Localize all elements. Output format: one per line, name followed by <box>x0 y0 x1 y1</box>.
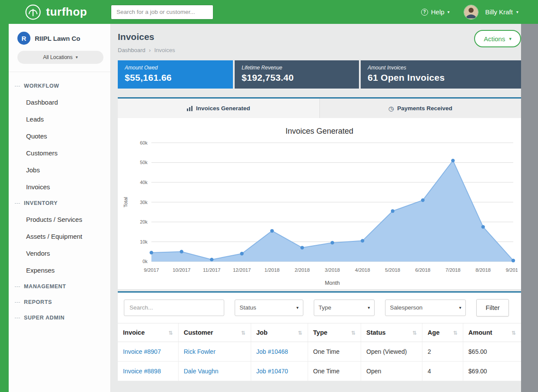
tree-dash-icon <box>15 203 20 204</box>
help-label: Help <box>431 8 445 16</box>
column-header-type[interactable]: Type⇅ <box>308 323 361 342</box>
user-menu[interactable]: Billy Kraft ▾ <box>485 8 518 16</box>
cell-job: Job #10468 <box>251 342 308 361</box>
brand-name: turfhop <box>46 5 87 19</box>
user-avatar[interactable] <box>464 5 478 20</box>
sidebar-section-label: REPORTS <box>24 299 52 305</box>
cell-status: Open <box>361 361 422 381</box>
invoice-link[interactable]: Invoice #8907 <box>123 348 161 355</box>
svg-text:20k: 20k <box>140 219 148 224</box>
customer-link[interactable]: Rick Fowler <box>184 348 216 355</box>
tab-label: Invoices Generated <box>196 105 250 112</box>
select-status[interactable]: Status▾ <box>235 300 303 316</box>
company-header: R RIIPL Lawn Co <box>17 32 103 45</box>
select-type[interactable]: Type▾ <box>314 300 375 316</box>
cell-age: 4 <box>422 361 463 381</box>
sidebar-item-jobs[interactable]: Jobs <box>9 161 110 178</box>
sort-icon: ⇅ <box>511 330 516 336</box>
sidebar-company-block: R RIIPL Lawn Co All Locations ▾ <box>9 24 110 72</box>
job-link[interactable]: Job #10468 <box>256 348 288 355</box>
table-search-input[interactable] <box>124 300 224 316</box>
sidebar-item-quotes[interactable]: Quotes <box>9 128 110 145</box>
column-header-job[interactable]: Job⇅ <box>251 323 308 342</box>
tab-invoices-generated[interactable]: Invoices Generated <box>118 99 319 118</box>
column-label: Customer <box>184 329 213 336</box>
column-label: Invoice <box>123 329 145 336</box>
stat-label: Amount Owed <box>125 65 226 71</box>
svg-text:50k: 50k <box>140 160 148 165</box>
cell-amount: $69.00 <box>463 361 521 381</box>
stats-row: Amount Owed$55,161.66Lifetime Revenue$19… <box>118 60 521 89</box>
tab-payments-received[interactable]: ◷Payments Received <box>319 99 521 118</box>
caret-down-icon: ▾ <box>296 305 299 310</box>
cell-customer: Dale Vaughn <box>178 361 251 381</box>
sidebar-item-leads[interactable]: Leads <box>9 111 110 128</box>
tree-dash-icon <box>15 287 20 287</box>
stat-value: $192,753.40 <box>242 72 352 83</box>
column-header-customer[interactable]: Customer⇅ <box>178 323 251 342</box>
caret-down-icon: ▾ <box>448 10 450 14</box>
global-search-input[interactable] <box>111 5 213 20</box>
svg-text:1/2018: 1/2018 <box>265 267 280 273</box>
caret-down-icon: ▾ <box>509 36 511 41</box>
customer-link[interactable]: Dale Vaughn <box>184 368 219 375</box>
topbar: turfhop ? Help ▾ Billy Kraft ▾ <box>0 0 538 24</box>
locations-selector[interactable]: All Locations ▾ <box>17 51 103 64</box>
sidebar-nav: WORKFLOWDashboardLeadsQuotesCustomersJob… <box>9 78 110 326</box>
cell-amount: $65.00 <box>463 342 521 361</box>
column-header-amount[interactable]: Amount⇅ <box>463 323 521 342</box>
brand[interactable]: turfhop <box>0 3 111 21</box>
svg-text:40k: 40k <box>140 180 148 185</box>
company-name: RIIPL Lawn Co <box>35 35 80 42</box>
caret-down-icon: ▾ <box>459 305 461 310</box>
sidebar-item-dashboard[interactable]: Dashboard <box>9 94 110 111</box>
cell-customer: Rick Fowler <box>178 342 251 361</box>
cell-type: One Time <box>308 342 361 361</box>
age-value: 2 <box>428 348 431 355</box>
svg-text:11/2017: 11/2017 <box>203 267 220 273</box>
svg-text:5/2018: 5/2018 <box>385 267 400 273</box>
help-menu[interactable]: ? Help ▾ <box>421 8 450 16</box>
column-header-age[interactable]: Age⇅ <box>422 323 463 342</box>
status-value: Open (Viewed) <box>366 348 407 355</box>
select-salesperson[interactable]: Salesperson▾ <box>385 300 466 316</box>
chart-title: Invoices Generated <box>121 127 518 136</box>
invoice-link[interactable]: Invoice #8898 <box>123 368 161 375</box>
column-header-invoice[interactable]: Invoice⇅ <box>118 323 178 342</box>
filters-row: Status▾Type▾Salesperson▾ Filter <box>118 293 521 323</box>
stat-value: 61 Open Invoices <box>368 72 514 83</box>
actions-button[interactable]: Actions ▾ <box>474 30 521 47</box>
chevron-right-icon: › <box>149 47 151 53</box>
filter-button[interactable]: Filter <box>476 299 509 316</box>
invoices-generated-chart: 0k10k20k30k40k50k60k9/201710/201711/2017… <box>121 137 518 287</box>
sidebar-item-assets-equipment[interactable]: Assets / Equipment <box>9 228 110 245</box>
cell-type: One Time <box>308 361 361 381</box>
stat-label: Amount Invoices <box>368 65 514 71</box>
sidebar-item-vendors[interactable]: Vendors <box>9 245 110 262</box>
column-label: Age <box>428 329 439 336</box>
stat-card-lifetime-revenue: Lifetime Revenue$192,753.40 <box>235 60 359 89</box>
sidebar-item-invoices[interactable]: Invoices <box>9 178 110 195</box>
table-header-row: Invoice⇅Customer⇅Job⇅Type⇅Status⇅Age⇅Amo… <box>118 323 521 342</box>
svg-text:3/2018: 3/2018 <box>325 267 340 273</box>
svg-text:9/2017: 9/2017 <box>144 267 159 273</box>
sidebar-item-expenses[interactable]: Expenses <box>9 262 110 279</box>
help-icon: ? <box>421 9 428 16</box>
sort-icon: ⇅ <box>169 330 173 336</box>
sidebar-item-customers[interactable]: Customers <box>9 145 110 161</box>
type-value: One Time <box>313 348 340 355</box>
tree-dash-icon <box>15 86 20 86</box>
breadcrumb-dashboard[interactable]: Dashboard <box>118 47 146 53</box>
sidebar-section-reports: REPORTS <box>9 294 110 310</box>
svg-text:9/2018: 9/2018 <box>506 267 518 273</box>
column-header-status[interactable]: Status⇅ <box>361 323 422 342</box>
svg-text:10k: 10k <box>140 239 148 244</box>
caret-down-icon: ▾ <box>76 55 78 59</box>
age-value: 4 <box>428 368 431 375</box>
tree-dash-icon <box>15 318 20 318</box>
chart-panel: Invoices Generated◷Payments Received Inv… <box>118 97 521 289</box>
job-link[interactable]: Job #10470 <box>256 368 288 375</box>
svg-text:0k: 0k <box>143 259 148 264</box>
topbar-right: ? Help ▾ Billy Kraft ▾ <box>421 5 538 20</box>
sidebar-item-products-services[interactable]: Products / Services <box>9 211 110 228</box>
